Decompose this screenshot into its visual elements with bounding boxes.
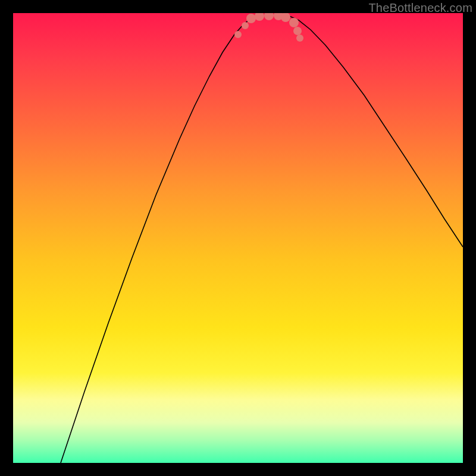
valley-dot <box>296 35 303 42</box>
outer-frame: TheBottleneck.com <box>0 0 476 476</box>
curve-right <box>288 15 463 247</box>
plot-area <box>13 13 463 463</box>
watermark-text: TheBottleneck.com <box>368 1 472 15</box>
valley-dot <box>293 27 302 35</box>
chart-svg <box>13 13 463 463</box>
curve-left <box>61 15 260 463</box>
valley-dot <box>289 18 299 27</box>
valley-dot <box>242 22 249 29</box>
valley-dot <box>281 13 290 22</box>
valley-dot <box>246 14 256 23</box>
valley-dot <box>255 13 264 21</box>
valley-dot <box>264 13 274 20</box>
valley-dot <box>234 31 242 38</box>
